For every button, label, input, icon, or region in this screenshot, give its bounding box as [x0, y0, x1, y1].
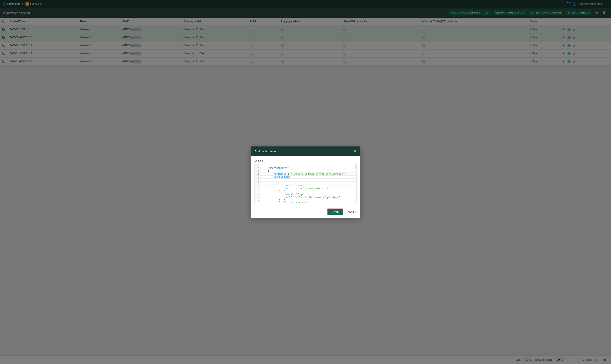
code-lines-table: 1{2 "upgradeServer":3 {4 "comments": "Fi…: [255, 164, 356, 203]
line-number: 3: [255, 169, 261, 172]
line-number: 13: [255, 199, 261, 202]
code-line: 5 "ipkFeedURL":: [255, 175, 356, 178]
save-button[interactable]: SAVE: [327, 208, 343, 215]
line-number: 1: [255, 164, 261, 167]
line-number: 2: [255, 167, 261, 169]
line-content: {: [261, 181, 356, 184]
code-lines-body: 1{2 "upgradeServer":3 {4 "comments": "Fi…: [255, 164, 356, 203]
line-number: 6: [255, 178, 261, 181]
code-line: 9 "url": "file:///lib/firmware/bsp": [255, 187, 356, 190]
line-content: "upgradeServer":: [261, 167, 356, 169]
line-content: "url": "file:///lib/firmware/bsp": [261, 187, 356, 190]
line-number: 5: [255, 175, 261, 178]
line-content: [: [261, 178, 356, 181]
code-line: 11 "name": "fpga",: [255, 193, 356, 196]
code-line: 13 }, {: [255, 199, 356, 202]
line-content: {: [261, 169, 356, 172]
line-number: 10: [255, 190, 261, 193]
line-content: }, {: [261, 199, 356, 202]
line-content: "name": "fpga",: [261, 193, 356, 196]
line-content: "comments": "Firmware upgrade server con…: [261, 172, 356, 175]
line-number: 9: [255, 187, 261, 190]
code-line: 7 {: [255, 181, 356, 184]
modal-header: Add configuration ✕: [250, 146, 361, 156]
code-line: 10 }, {: [255, 190, 356, 193]
expand-editor-button[interactable]: ⛶: [351, 165, 356, 169]
modal-footer: SAVE CANCEL: [250, 206, 361, 218]
line-number: 7: [255, 181, 261, 184]
code-editor[interactable]: ⛶ 1{2 "upgradeServer":3 {4 "comments": "…: [254, 164, 357, 203]
line-content: "name": "bsp",: [261, 184, 356, 187]
line-number: 11: [255, 193, 261, 196]
code-line: 8 "name": "bsp",: [255, 184, 356, 187]
line-content: "url": "file:///lib/firmware/gpio-fpga": [261, 196, 356, 199]
line-number: 12: [255, 196, 261, 199]
line-number: 8: [255, 184, 261, 187]
modal-body: Content ⛶ 1{2 "upgradeServer":3 {4 "comm…: [250, 156, 361, 206]
code-line: 1{: [255, 164, 356, 167]
modal-close-button[interactable]: ✕: [354, 149, 357, 154]
line-content: "ipkFeedURL":: [261, 175, 356, 178]
code-line: 2 "upgradeServer":: [255, 167, 356, 169]
cancel-button[interactable]: CANCEL: [346, 210, 357, 213]
line-content: }, {: [261, 190, 356, 193]
line-number: 4: [255, 172, 261, 175]
code-line: 12 "url": "file:///lib/firmware/gpio-fpg…: [255, 196, 356, 199]
modal-overlay: Add configuration ✕ Content ⛶ 1{2 "upgra…: [0, 0, 611, 364]
code-line: 4 "comments": "Firmware upgrade server c…: [255, 172, 356, 175]
code-line: 3 {: [255, 169, 356, 172]
content-label: Content: [254, 159, 357, 162]
line-content: "name": "utils",: [261, 202, 356, 203]
add-configuration-modal: Add configuration ✕ Content ⛶ 1{2 "upgra…: [250, 146, 361, 218]
line-content: {: [261, 164, 356, 167]
modal-title: Add configuration: [254, 150, 278, 153]
code-line: 6 [: [255, 178, 356, 181]
code-line: 14 "name": "utils",: [255, 202, 356, 203]
line-number: 14: [255, 202, 261, 203]
